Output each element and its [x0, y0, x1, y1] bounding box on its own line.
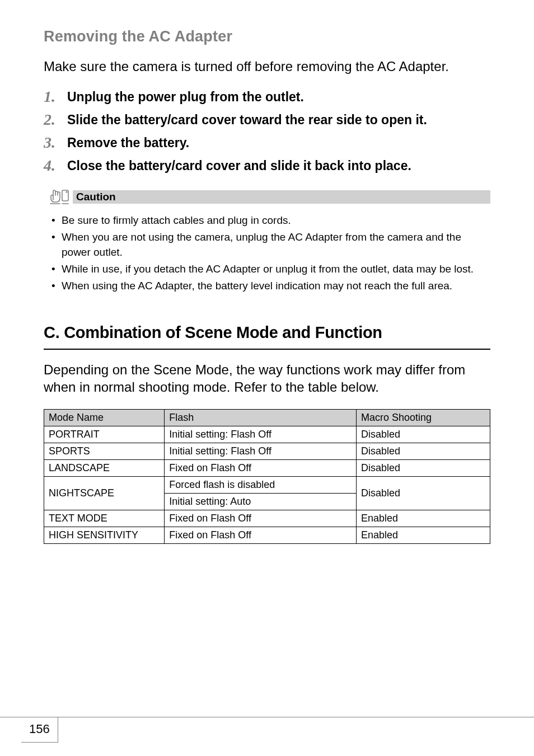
- table-cell: Enabled: [356, 527, 490, 544]
- caution-item: When you are not using the camera, unplu…: [50, 229, 490, 260]
- table-header: Flash: [165, 410, 357, 426]
- caution-item: Be sure to firmly attach cables and plug…: [50, 213, 490, 228]
- steps-list: Unplug the power plug from the outlet. S…: [44, 88, 490, 175]
- table-cell: Disabled: [356, 426, 490, 443]
- main-heading: C. Combination of Scene Mode and Functio…: [44, 323, 490, 350]
- page-number: 156: [21, 717, 58, 722]
- table-cell: Fixed on Flash Off: [165, 510, 357, 527]
- table-cell: Initial setting: Flash Off: [165, 426, 357, 443]
- table-cell: Initial setting: Auto: [165, 494, 357, 510]
- sub-heading: Removing the AC Adapter: [44, 28, 490, 45]
- table-header: Mode Name: [44, 410, 165, 426]
- caution-item: While in use, if you detach the AC Adapt…: [50, 261, 490, 277]
- caution-header: Caution: [44, 188, 490, 206]
- table-cell: Fixed on Flash Off: [165, 460, 357, 477]
- table-cell: LANDSCAPE: [44, 460, 165, 477]
- table-header: Macro Shooting: [356, 410, 490, 426]
- table-cell: Disabled: [356, 477, 490, 510]
- caution-label: Caution: [76, 191, 116, 203]
- table-cell: SPORTS: [44, 443, 165, 460]
- table-cell: NIGHTSCAPE: [44, 477, 165, 510]
- page-footer: 156: [0, 717, 534, 722]
- table-cell: Initial setting: Flash Off: [165, 443, 357, 460]
- table-cell: PORTRAIT: [44, 426, 165, 443]
- step-item: Unplug the power plug from the outlet.: [44, 88, 490, 106]
- svg-point-1: [66, 192, 67, 193]
- caution-box: Caution Be sure to firmly attach cables …: [44, 188, 490, 293]
- caution-list: Be sure to firmly attach cables and plug…: [50, 213, 490, 293]
- step-item: Remove the battery.: [44, 134, 490, 152]
- table-cell: Fixed on Flash Off: [165, 527, 357, 544]
- caution-label-bar: Caution: [73, 190, 490, 204]
- main-intro-text: Depending on the Scene Mode, the way fun…: [44, 361, 490, 396]
- step-item: Slide the battery/card cover toward the …: [44, 111, 490, 129]
- table-cell: HIGH SENSITIVITY: [44, 527, 165, 544]
- caution-icon: [44, 188, 73, 206]
- table-cell: Disabled: [356, 443, 490, 460]
- step-item: Close the battery/card cover and slide i…: [44, 157, 490, 175]
- table-cell: Forced flash is disabled: [165, 477, 357, 494]
- table-cell: TEXT MODE: [44, 510, 165, 527]
- caution-item: When using the AC Adapter, the battery l…: [50, 278, 490, 294]
- scene-mode-table: Mode Name Flash Macro Shooting PORTRAIT …: [44, 409, 490, 544]
- intro-text: Make sure the camera is turned off befor…: [44, 58, 490, 75]
- table-cell: Enabled: [356, 510, 490, 527]
- table-cell: Disabled: [356, 460, 490, 477]
